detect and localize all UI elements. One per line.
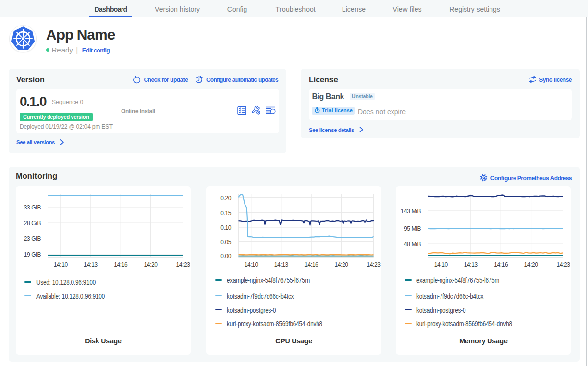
svg-text:14:16: 14:16 [304,261,318,268]
svg-text:0.00: 0.00 [220,253,231,260]
svg-text:95 MiB: 95 MiB [404,225,421,232]
svg-text:48 MiB: 48 MiB [404,241,421,248]
svg-text:14:23: 14:23 [367,261,381,268]
svg-text:14:10: 14:10 [245,261,259,268]
svg-text:14:13: 14:13 [464,261,478,268]
svg-text:28 GiB: 28 GiB [24,220,41,227]
svg-text:14:13: 14:13 [84,261,98,268]
svg-text:0.10: 0.10 [220,224,231,231]
svg-text:14:16: 14:16 [114,261,128,268]
svg-text:14:13: 14:13 [274,261,289,268]
svg-text:0.20: 0.20 [220,195,231,202]
svg-text:0.15: 0.15 [220,210,231,217]
svg-text:14:23: 14:23 [176,261,190,268]
svg-text:14:16: 14:16 [494,261,508,268]
svg-text:143 MiB: 143 MiB [401,208,421,215]
svg-text:23 GiB: 23 GiB [24,235,41,242]
svg-text:14:20: 14:20 [524,261,539,268]
svg-text:0.05: 0.05 [220,239,231,246]
svg-text:14:10: 14:10 [54,261,68,268]
svg-text:14:10: 14:10 [434,261,448,268]
svg-text:14:20: 14:20 [335,261,349,268]
svg-text:33 GiB: 33 GiB [24,204,41,211]
svg-text:14:20: 14:20 [144,261,158,268]
svg-text:19 GiB: 19 GiB [24,251,41,258]
svg-text:14:23: 14:23 [556,261,570,268]
